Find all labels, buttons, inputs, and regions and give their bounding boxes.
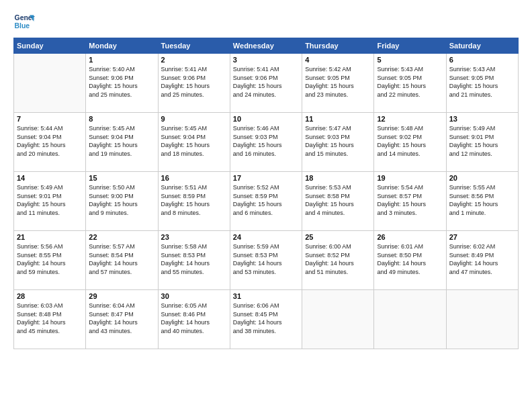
day-number: 17 bbox=[233, 174, 299, 182]
calendar-cell bbox=[14, 54, 86, 113]
day-info: Sunrise: 5:49 AM Sunset: 9:01 PM Dayligh… bbox=[449, 124, 515, 158]
day-number: 12 bbox=[377, 115, 443, 123]
weekday-header-thursday: Thursday bbox=[302, 38, 374, 54]
day-number: 5 bbox=[377, 56, 443, 64]
day-number: 2 bbox=[161, 56, 227, 64]
day-number: 9 bbox=[161, 115, 227, 123]
day-number: 6 bbox=[449, 56, 515, 64]
day-info: Sunrise: 5:47 AM Sunset: 9:03 PM Dayligh… bbox=[305, 124, 371, 158]
weekday-header-tuesday: Tuesday bbox=[158, 38, 230, 54]
calendar-cell: 14Sunrise: 5:49 AM Sunset: 9:01 PM Dayli… bbox=[14, 172, 86, 231]
day-info: Sunrise: 5:42 AM Sunset: 9:05 PM Dayligh… bbox=[305, 65, 371, 99]
day-number: 28 bbox=[17, 292, 83, 300]
day-info: Sunrise: 5:41 AM Sunset: 9:06 PM Dayligh… bbox=[161, 65, 227, 99]
day-number: 23 bbox=[161, 233, 227, 241]
calendar-cell: 22Sunrise: 5:57 AM Sunset: 8:54 PM Dayli… bbox=[86, 231, 158, 290]
calendar-week-row-1: 1Sunrise: 5:40 AM Sunset: 9:06 PM Daylig… bbox=[14, 54, 519, 113]
day-info: Sunrise: 5:43 AM Sunset: 9:05 PM Dayligh… bbox=[449, 65, 515, 99]
calendar-cell: 2Sunrise: 5:41 AM Sunset: 9:06 PM Daylig… bbox=[158, 54, 230, 113]
day-info: Sunrise: 6:02 AM Sunset: 8:49 PM Dayligh… bbox=[449, 242, 515, 276]
svg-text:Blue: Blue bbox=[15, 22, 30, 30]
day-info: Sunrise: 6:01 AM Sunset: 8:50 PM Dayligh… bbox=[377, 242, 443, 276]
calendar-cell: 11Sunrise: 5:47 AM Sunset: 9:03 PM Dayli… bbox=[302, 113, 374, 172]
day-number: 20 bbox=[449, 174, 515, 182]
day-info: Sunrise: 5:46 AM Sunset: 9:03 PM Dayligh… bbox=[233, 124, 299, 158]
day-info: Sunrise: 5:59 AM Sunset: 8:53 PM Dayligh… bbox=[233, 242, 299, 276]
calendar-cell: 8Sunrise: 5:45 AM Sunset: 9:04 PM Daylig… bbox=[86, 113, 158, 172]
day-number: 7 bbox=[17, 115, 83, 123]
day-info: Sunrise: 5:55 AM Sunset: 8:56 PM Dayligh… bbox=[449, 183, 515, 217]
calendar-cell: 21Sunrise: 5:56 AM Sunset: 8:55 PM Dayli… bbox=[14, 231, 86, 290]
day-number: 11 bbox=[305, 115, 371, 123]
day-info: Sunrise: 5:49 AM Sunset: 9:01 PM Dayligh… bbox=[17, 183, 83, 217]
day-number: 19 bbox=[377, 174, 443, 182]
day-number: 16 bbox=[161, 174, 227, 182]
day-info: Sunrise: 5:40 AM Sunset: 9:06 PM Dayligh… bbox=[89, 65, 154, 99]
day-number: 25 bbox=[305, 233, 371, 241]
day-info: Sunrise: 5:50 AM Sunset: 9:00 PM Dayligh… bbox=[89, 183, 154, 217]
calendar-cell: 18Sunrise: 5:53 AM Sunset: 8:58 PM Dayli… bbox=[302, 172, 374, 231]
day-number: 21 bbox=[17, 233, 83, 241]
calendar-cell: 25Sunrise: 6:00 AM Sunset: 8:52 PM Dayli… bbox=[302, 231, 374, 290]
day-info: Sunrise: 5:53 AM Sunset: 8:58 PM Dayligh… bbox=[305, 183, 371, 217]
calendar-week-row-2: 7Sunrise: 5:44 AM Sunset: 9:04 PM Daylig… bbox=[14, 113, 519, 172]
calendar-cell: 28Sunrise: 6:03 AM Sunset: 8:48 PM Dayli… bbox=[14, 290, 86, 349]
calendar-cell: 16Sunrise: 5:51 AM Sunset: 8:59 PM Dayli… bbox=[158, 172, 230, 231]
day-info: Sunrise: 5:58 AM Sunset: 8:53 PM Dayligh… bbox=[161, 242, 227, 276]
weekday-header-saturday: Saturday bbox=[446, 38, 518, 54]
day-number: 31 bbox=[233, 292, 299, 300]
calendar-week-row-3: 14Sunrise: 5:49 AM Sunset: 9:01 PM Dayli… bbox=[14, 172, 519, 231]
weekday-header-sunday: Sunday bbox=[14, 38, 86, 54]
header: General Blue bbox=[13, 11, 519, 32]
day-info: Sunrise: 5:57 AM Sunset: 8:54 PM Dayligh… bbox=[89, 242, 154, 276]
day-info: Sunrise: 5:45 AM Sunset: 9:04 PM Dayligh… bbox=[89, 124, 154, 158]
day-info: Sunrise: 6:03 AM Sunset: 8:48 PM Dayligh… bbox=[17, 302, 83, 335]
day-number: 4 bbox=[305, 56, 371, 64]
calendar-week-row-4: 21Sunrise: 5:56 AM Sunset: 8:55 PM Dayli… bbox=[14, 231, 519, 290]
calendar-week-row-5: 28Sunrise: 6:03 AM Sunset: 8:48 PM Dayli… bbox=[14, 290, 519, 349]
day-number: 3 bbox=[233, 56, 299, 64]
day-info: Sunrise: 6:00 AM Sunset: 8:52 PM Dayligh… bbox=[305, 242, 371, 276]
calendar-cell: 9Sunrise: 5:45 AM Sunset: 9:04 PM Daylig… bbox=[158, 113, 230, 172]
day-info: Sunrise: 5:52 AM Sunset: 8:59 PM Dayligh… bbox=[233, 183, 299, 217]
day-number: 10 bbox=[233, 115, 299, 123]
calendar-cell: 23Sunrise: 5:58 AM Sunset: 8:53 PM Dayli… bbox=[158, 231, 230, 290]
day-info: Sunrise: 6:04 AM Sunset: 8:47 PM Dayligh… bbox=[89, 302, 154, 335]
calendar-cell: 31Sunrise: 6:06 AM Sunset: 8:45 PM Dayli… bbox=[230, 290, 302, 349]
day-info: Sunrise: 5:45 AM Sunset: 9:04 PM Dayligh… bbox=[161, 124, 227, 158]
day-info: Sunrise: 5:54 AM Sunset: 8:57 PM Dayligh… bbox=[377, 183, 443, 217]
day-number: 22 bbox=[89, 233, 154, 241]
calendar-cell: 19Sunrise: 5:54 AM Sunset: 8:57 PM Dayli… bbox=[374, 172, 446, 231]
calendar-cell: 24Sunrise: 5:59 AM Sunset: 8:53 PM Dayli… bbox=[230, 231, 302, 290]
calendar-cell bbox=[302, 290, 374, 349]
calendar-cell: 29Sunrise: 6:04 AM Sunset: 8:47 PM Dayli… bbox=[86, 290, 158, 349]
day-info: Sunrise: 5:43 AM Sunset: 9:05 PM Dayligh… bbox=[377, 65, 443, 99]
logo-icon: General Blue bbox=[13, 11, 35, 32]
weekday-header-row: SundayMondayTuesdayWednesdayThursdayFrid… bbox=[14, 38, 519, 54]
calendar-cell: 27Sunrise: 6:02 AM Sunset: 8:49 PM Dayli… bbox=[446, 231, 518, 290]
calendar-cell: 4Sunrise: 5:42 AM Sunset: 9:05 PM Daylig… bbox=[302, 54, 374, 113]
day-number: 14 bbox=[17, 174, 83, 182]
day-number: 24 bbox=[233, 233, 299, 241]
calendar-cell: 10Sunrise: 5:46 AM Sunset: 9:03 PM Dayli… bbox=[230, 113, 302, 172]
page: General Blue SundayMondayTuesdayWednesda… bbox=[0, 0, 532, 411]
day-info: Sunrise: 5:48 AM Sunset: 9:02 PM Dayligh… bbox=[377, 124, 443, 158]
calendar-cell bbox=[446, 290, 518, 349]
calendar-cell: 3Sunrise: 5:41 AM Sunset: 9:06 PM Daylig… bbox=[230, 54, 302, 113]
day-number: 13 bbox=[449, 115, 515, 123]
calendar-cell: 1Sunrise: 5:40 AM Sunset: 9:06 PM Daylig… bbox=[86, 54, 158, 113]
calendar-cell: 17Sunrise: 5:52 AM Sunset: 8:59 PM Dayli… bbox=[230, 172, 302, 231]
day-number: 1 bbox=[89, 56, 154, 64]
day-info: Sunrise: 5:51 AM Sunset: 8:59 PM Dayligh… bbox=[161, 183, 227, 217]
day-info: Sunrise: 5:41 AM Sunset: 9:06 PM Dayligh… bbox=[233, 65, 299, 99]
day-number: 26 bbox=[377, 233, 443, 241]
calendar-cell: 20Sunrise: 5:55 AM Sunset: 8:56 PM Dayli… bbox=[446, 172, 518, 231]
day-number: 8 bbox=[89, 115, 154, 123]
weekday-header-friday: Friday bbox=[374, 38, 446, 54]
day-number: 18 bbox=[305, 174, 371, 182]
logo: General Blue bbox=[13, 11, 35, 32]
day-info: Sunrise: 5:44 AM Sunset: 9:04 PM Dayligh… bbox=[17, 124, 83, 158]
weekday-header-wednesday: Wednesday bbox=[230, 38, 302, 54]
day-number: 15 bbox=[89, 174, 154, 182]
calendar-cell: 5Sunrise: 5:43 AM Sunset: 9:05 PM Daylig… bbox=[374, 54, 446, 113]
